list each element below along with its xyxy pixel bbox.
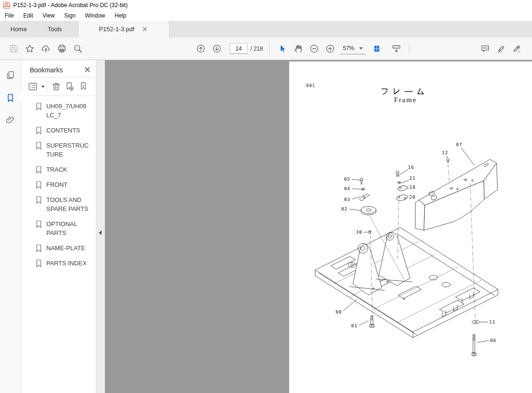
bookmark-item[interactable]: CONTENTS: [35, 126, 96, 135]
toolbar-divider: [409, 43, 409, 55]
bookmarks-panel: Bookmarks: [21, 60, 96, 393]
bookmark-label: TOOLS ANDSPARE PARTS: [46, 195, 88, 213]
collapse-toolbar-icon: [392, 44, 401, 53]
menu-window[interactable]: Window: [80, 11, 110, 20]
bookmark-item[interactable]: TRACK: [35, 165, 96, 174]
bookmark-item-icon: [35, 141, 42, 150]
bookmark-item[interactable]: OPTIONALPARTS: [35, 219, 96, 237]
part-number-label: 16: [408, 165, 414, 170]
expand-bookmarks-button[interactable]: [77, 81, 88, 92]
leader-line: [446, 156, 448, 158]
bookmark-item[interactable]: UH09_7/UH09LC_7: [35, 102, 96, 120]
options-caret[interactable]: [41, 86, 45, 88]
collapse-panel-arrow[interactable]: [99, 230, 102, 235]
fill-sign-button[interactable]: [509, 41, 525, 57]
hand-tool-button[interactable]: [290, 41, 306, 57]
add-bookmark-button[interactable]: [64, 81, 75, 92]
bookmark-item-icon: [35, 102, 42, 111]
bookmark-label: UH09_7/UH09LC_7: [46, 102, 86, 120]
tab-document-label: P152-1-3.pdf: [99, 26, 134, 33]
part-number-label: 11: [489, 319, 495, 324]
bookmark-label: SUPERSTRUCTURE: [46, 141, 89, 159]
navigation-rail: [0, 60, 21, 393]
parts-diagram: 050403021621182012073000011106DB: [289, 61, 532, 393]
zoom-level-control[interactable]: 57%: [340, 43, 366, 54]
save-icon: [9, 44, 18, 53]
leader-line: [349, 209, 360, 210]
main-area: Bookmarks: [0, 60, 532, 393]
surface-mark-label: D: [472, 179, 473, 183]
hide-toolbar-button[interactable]: [388, 41, 404, 57]
tab-document[interactable]: P152-1-3.pdf: [78, 21, 170, 37]
zoom-out-button[interactable]: [306, 41, 322, 57]
panel-splitter[interactable]: [96, 60, 105, 393]
tab-home[interactable]: Home: [0, 21, 37, 37]
document-canvas[interactable]: 001 Frame: [105, 60, 532, 393]
bookmark-label: NAME-PLATE: [46, 244, 85, 253]
page-thumbnails-button[interactable]: [4, 69, 17, 82]
options-list-icon: [28, 81, 38, 92]
bookmark-item-icon: [35, 196, 42, 204]
menu-file[interactable]: File: [0, 11, 18, 20]
page-up-icon: [196, 44, 206, 53]
bookmark-label: FRONT: [46, 180, 68, 189]
part-number-label: 04: [344, 186, 350, 191]
bookmark-add-icon: [64, 81, 75, 92]
page-number-input[interactable]: [230, 43, 248, 54]
minus-circle-icon: [309, 44, 319, 53]
plus-circle-icon: [326, 44, 335, 53]
bookmark-item[interactable]: SUPERSTRUCTURE: [35, 141, 96, 159]
page-count-label: / 218: [250, 45, 263, 52]
star-icon: [25, 44, 34, 53]
next-page-button[interactable]: [209, 41, 225, 57]
share-upload-button[interactable]: [38, 41, 54, 57]
bookmark-item[interactable]: FRONT: [35, 180, 96, 189]
window-title: P152-1-3.pdf - Adobe Acrobat Pro DC (32-…: [13, 2, 128, 9]
toolbar-divider: [269, 43, 270, 55]
attachments-panel-button[interactable]: [4, 113, 17, 126]
highlight-button[interactable]: [493, 41, 509, 57]
print-button[interactable]: [54, 41, 70, 57]
bookmark-item[interactable]: PARTS INDEX: [35, 259, 96, 268]
select-tool-button[interactable]: [274, 41, 290, 57]
zoom-in-button[interactable]: [322, 41, 338, 57]
panel-close-icon[interactable]: [85, 66, 90, 74]
bookmark-label: OPTIONALPARTS: [46, 219, 77, 237]
menu-help[interactable]: Help: [110, 11, 131, 20]
tab-close-icon[interactable]: [141, 26, 149, 33]
bookmark-label: TRACK: [46, 165, 67, 174]
page-fit-button[interactable]: [368, 41, 388, 57]
tab-bar: Home Tools P152-1-3.pdf: [0, 21, 532, 37]
comment-button[interactable]: [477, 41, 493, 57]
delete-bookmark-button[interactable]: [51, 81, 61, 92]
star-button[interactable]: [22, 41, 38, 57]
search-zoom-icon: [73, 44, 83, 53]
menu-view[interactable]: View: [38, 11, 60, 20]
tab-tools[interactable]: Tools: [37, 21, 72, 37]
menu-edit[interactable]: Edit: [18, 11, 38, 20]
menu-sign[interactable]: Sign: [60, 11, 80, 20]
page-down-icon: [212, 44, 222, 53]
page-title-japanese: [382, 88, 424, 95]
bookmark-options-button[interactable]: [28, 81, 38, 92]
main-toolbar: / 218 57%: [0, 37, 532, 60]
bookmarks-panel-button[interactable]: [4, 91, 17, 105]
bookmark-item-icon: [35, 220, 42, 228]
surface-mark-label: B: [456, 187, 458, 191]
window-title-bar: P152-1-3.pdf - Adobe Acrobat Pro DC (32-…: [0, 0, 532, 10]
part-number-label: 01: [351, 323, 357, 328]
bookmark-item[interactable]: TOOLS ANDSPARE PARTS: [35, 195, 96, 213]
bookmark-item-icon: [35, 166, 42, 174]
search-button[interactable]: [70, 41, 86, 57]
page-thumbnails-icon: [6, 70, 15, 80]
leader-line: [352, 189, 360, 189]
part-number-label: 12: [442, 150, 448, 155]
bookmark-item[interactable]: NAME-PLATE: [35, 244, 96, 253]
trash-icon: [51, 81, 61, 92]
previous-page-button[interactable]: [193, 41, 209, 57]
sign-pen-icon: [513, 44, 522, 53]
part-number-label: 21: [409, 175, 415, 181]
paperclip-icon: [6, 115, 15, 124]
save-button[interactable]: [6, 41, 22, 57]
cloud-upload-icon: [41, 44, 51, 53]
